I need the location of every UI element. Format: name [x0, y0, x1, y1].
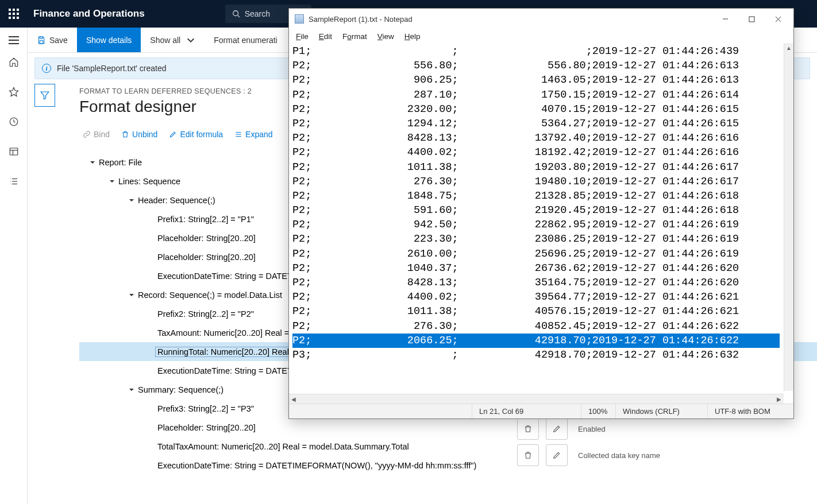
prop-collected-delete[interactable]	[517, 444, 539, 466]
rail-home-button[interactable]	[0, 53, 28, 71]
notepad-text-line: P2; 2610.00; 25696.25;2019-12-27 01:44:2…	[292, 247, 780, 261]
prop-enabled-delete[interactable]	[517, 418, 539, 440]
notepad-text-line: P2; 1848.75; 21328.85;2019-12-27 01:44:2…	[292, 189, 780, 203]
notepad-app-icon	[295, 14, 304, 24]
notepad-window: SampleReport (1).txt - Notepad File Edit…	[288, 8, 794, 419]
expand-icon	[234, 130, 242, 138]
menu-view[interactable]: View	[377, 32, 394, 41]
trash-icon	[121, 130, 129, 138]
notepad-text-line: P2; 4400.02; 18192.42;2019-12-27 01:44:2…	[292, 145, 780, 160]
notepad-text-line: P2; 276.30; 40852.45;2019-12-27 01:44:26…	[292, 319, 780, 334]
notepad-text-line: P2; 942.50; 22862.95;2019-12-27 01:44:26…	[292, 218, 780, 232]
save-icon	[37, 36, 46, 45]
status-encoding: UTF-8 with BOM	[707, 404, 793, 418]
bind-button[interactable]: Bind	[83, 130, 110, 139]
pencil-icon	[552, 451, 561, 460]
chevron-down-icon	[186, 36, 195, 45]
notepad-titlebar[interactable]: SampleReport (1).txt - Notepad	[289, 9, 793, 29]
status-zoom: 100%	[581, 404, 615, 418]
menu-file[interactable]: File	[296, 32, 309, 41]
notepad-text-line: P2; 2320.00; 4070.15;2019-12-27 01:44:26…	[292, 102, 780, 117]
prop-collected-edit[interactable]	[546, 444, 568, 466]
unbind-label: Unbind	[132, 130, 157, 139]
link-icon	[83, 130, 91, 138]
edit-formula-button[interactable]: Edit formula	[169, 130, 223, 139]
notepad-text-line: P2; 4400.02; 39564.77;2019-12-27 01:44:2…	[292, 290, 780, 304]
status-line-ending: Windows (CRLF)	[615, 404, 707, 418]
notepad-text-line: P2; 1294.12; 5364.27;2019-12-27 01:44:26…	[292, 117, 780, 131]
panel-icon	[9, 146, 19, 157]
save-button[interactable]: Save	[28, 28, 77, 52]
rail-recent-button[interactable]	[0, 113, 28, 131]
search-icon	[232, 10, 240, 18]
menu-format[interactable]: Format	[342, 32, 367, 41]
expand-button[interactable]: Expand	[234, 130, 272, 139]
trash-icon	[523, 424, 533, 433]
rail-workspaces-button[interactable]	[0, 142, 28, 161]
info-icon: i	[42, 64, 51, 73]
notepad-text-line: P1; ; ;2019-12-27 01:44:26:439	[292, 44, 780, 59]
pencil-icon	[169, 130, 177, 138]
notepad-hscrollbar[interactable]: ◀ ▶	[289, 394, 784, 404]
window-maximize-button[interactable]	[738, 10, 765, 28]
prop-collected-row: Collected data key name	[517, 442, 810, 468]
save-label: Save	[49, 36, 68, 45]
notepad-text-line: P2; 1011.38; 40576.15;2019-12-27 01:44:2…	[292, 304, 780, 319]
format-enum-label: Format enumerati	[214, 36, 277, 45]
prop-enabled-edit[interactable]	[546, 418, 568, 440]
notepad-text-line: P3; ; 42918.70;2019-12-27 01:44:26:632	[292, 348, 780, 362]
app-launcher-button[interactable]	[0, 0, 28, 28]
search-placeholder: Search	[245, 9, 270, 18]
notepad-text-line: P2; 287.10; 1750.15;2019-12-27 01:44:26:…	[292, 88, 780, 102]
filter-button[interactable]	[34, 84, 55, 107]
home-icon	[9, 57, 19, 67]
notepad-statusbar: Ln 21, Col 69 100% Windows (CRLF) UTF-8 …	[289, 404, 793, 418]
svg-line-1	[237, 15, 240, 18]
notepad-text-line: P2; 591.60; 21920.45;2019-12-27 01:44:26…	[292, 203, 780, 218]
show-details-button[interactable]: Show details	[77, 28, 141, 52]
notepad-text-line: P2; 906.25; 1463.05;2019-12-27 01:44:26:…	[292, 73, 780, 87]
rail-favorites-button[interactable]	[0, 83, 28, 101]
notepad-title-text: SampleReport (1).txt - Notepad	[309, 15, 712, 24]
notepad-text-line: P2; 276.30; 19480.10;2019-12-27 01:44:26…	[292, 175, 780, 189]
notepad-text-line: P2; 223.30; 23086.25;2019-12-27 01:44:26…	[292, 232, 780, 246]
funnel-icon	[40, 90, 50, 100]
notepad-vscrollbar[interactable]: ▲	[784, 43, 793, 391]
hamburger-icon	[9, 40, 19, 41]
svg-marker-2	[9, 88, 18, 96]
menu-edit[interactable]: Edit	[319, 32, 332, 41]
notepad-text-line: P2; 8428.13; 13792.40;2019-12-27 01:44:2…	[292, 131, 780, 145]
svg-rect-13	[40, 37, 43, 38]
prop-collected-label: Collected data key name	[578, 451, 660, 460]
info-message-text: File 'SampleReport.txt' created	[57, 64, 167, 73]
window-minimize-button[interactable]	[712, 10, 738, 28]
left-nav-rail	[0, 28, 28, 504]
status-caret-position: Ln 21, Col 69	[472, 404, 581, 418]
format-enumeration-button[interactable]: Format enumerati	[205, 28, 286, 52]
rail-modules-button[interactable]	[0, 172, 28, 191]
unbind-button[interactable]: Unbind	[121, 130, 157, 139]
notepad-body: P1; ; ;2019-12-27 01:44:26:439P2; 556.80…	[289, 43, 793, 404]
properties-panel: Enabled Collected data key name	[517, 416, 810, 468]
window-close-button[interactable]	[765, 10, 791, 28]
show-all-button[interactable]: Show all	[141, 28, 205, 52]
svg-rect-19	[749, 17, 754, 22]
scroll-left-icon: ◀	[291, 396, 296, 402]
svg-point-0	[233, 11, 238, 16]
clock-icon	[9, 117, 19, 127]
show-all-label: Show all	[150, 36, 180, 45]
trash-icon	[523, 451, 533, 460]
scroll-up-icon: ▲	[784, 43, 793, 53]
prop-enabled-label: Enabled	[578, 425, 606, 433]
list-icon	[9, 176, 19, 187]
scroll-right-icon: ▶	[777, 396, 781, 402]
maximize-icon	[749, 16, 755, 22]
edit-formula-label: Edit formula	[180, 130, 223, 139]
notepad-menubar: File Edit Format View Help	[289, 29, 793, 43]
show-details-label: Show details	[86, 36, 132, 45]
notepad-text-area[interactable]: P1; ; ;2019-12-27 01:44:26:439P2; 556.80…	[289, 43, 783, 391]
menu-help[interactable]: Help	[404, 32, 421, 41]
notepad-text-line: P2; 2066.25; 42918.70;2019-12-27 01:44:2…	[292, 334, 780, 348]
waffle-icon	[9, 9, 19, 19]
star-icon	[9, 87, 19, 97]
